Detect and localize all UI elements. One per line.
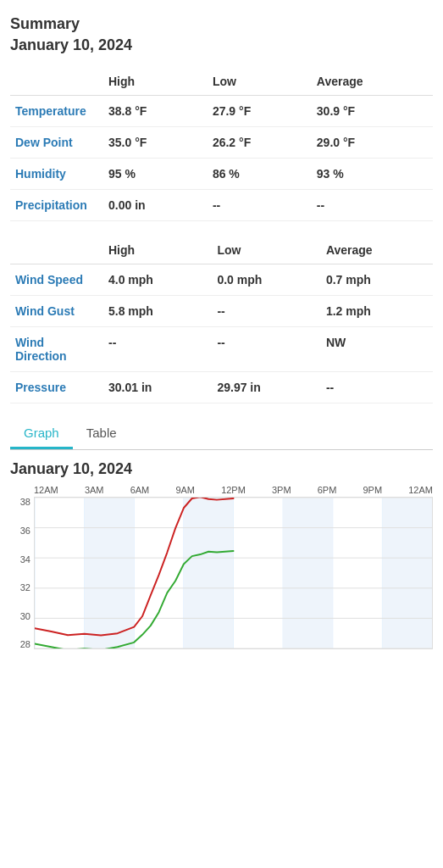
col-high-2: High bbox=[103, 236, 212, 264]
weather-table-2: High Low Average Wind Speed 4.0 mph 0.0 … bbox=[10, 236, 433, 403]
summary-title: Summary January 10, 2024 bbox=[10, 14, 433, 56]
title-line1: Summary bbox=[10, 15, 80, 32]
row-high: 4.0 mph bbox=[103, 264, 212, 296]
x-label: 6PM bbox=[318, 485, 337, 495]
x-label: 12AM bbox=[408, 485, 433, 495]
row-avg: NW bbox=[321, 327, 433, 372]
row-avg: 93 % bbox=[312, 159, 433, 190]
row-label: Temperature bbox=[10, 96, 103, 127]
y-label: 30 bbox=[10, 611, 30, 621]
y-label: 38 bbox=[10, 497, 30, 507]
row-avg: -- bbox=[321, 372, 433, 403]
row-high: -- bbox=[103, 327, 212, 372]
x-label: 9AM bbox=[175, 485, 195, 495]
col-label-1 bbox=[10, 68, 103, 96]
row-low: 86 % bbox=[208, 159, 312, 190]
chart-wrapper: 383634323028 bbox=[10, 497, 433, 649]
table-row: Wind Speed 4.0 mph 0.0 mph 0.7 mph bbox=[10, 264, 433, 296]
row-label: Precipitation bbox=[10, 190, 103, 221]
row-low: 27.9 °F bbox=[208, 96, 312, 127]
row-label: Pressure bbox=[10, 372, 103, 403]
weather-table-1: High Low Average Temperature 38.8 °F 27.… bbox=[10, 68, 433, 221]
table-row: Dew Point 35.0 °F 26.2 °F 29.0 °F bbox=[10, 127, 433, 159]
chart-svg-container bbox=[34, 497, 433, 649]
svg-rect-9 bbox=[85, 498, 135, 648]
row-label: Humidity bbox=[10, 159, 103, 190]
y-label: 34 bbox=[10, 554, 30, 565]
col-high-1: High bbox=[103, 68, 208, 96]
title-line2: January 10, 2024 bbox=[10, 36, 132, 53]
y-label: 36 bbox=[10, 526, 30, 536]
x-label: 9PM bbox=[363, 485, 383, 495]
x-label: 3AM bbox=[85, 485, 104, 495]
row-low: -- bbox=[212, 327, 320, 372]
table-row: Temperature 38.8 °F 27.9 °F 30.9 °F bbox=[10, 96, 433, 127]
row-avg: 1.2 mph bbox=[321, 296, 433, 327]
svg-rect-12 bbox=[382, 498, 432, 648]
row-avg: 29.0 °F bbox=[312, 127, 433, 159]
x-label: 12AM bbox=[34, 485, 58, 495]
table-row: Wind Gust 5.8 mph -- 1.2 mph bbox=[10, 296, 433, 327]
y-label: 28 bbox=[10, 639, 30, 649]
x-label: 12PM bbox=[221, 485, 246, 495]
x-label: 6AM bbox=[130, 485, 150, 495]
row-avg: 0.7 mph bbox=[321, 264, 433, 296]
row-low: -- bbox=[208, 190, 312, 221]
row-label: Wind Direction bbox=[10, 327, 103, 372]
y-label: 32 bbox=[10, 582, 30, 593]
tab-table[interactable]: Table bbox=[73, 419, 130, 449]
svg-rect-10 bbox=[184, 498, 234, 648]
row-label: Wind Speed bbox=[10, 264, 103, 296]
chart-section: January 10, 2024 12AM3AM6AM9AM12PM3PM6PM… bbox=[10, 460, 433, 649]
page-container: Summary January 10, 2024 High Low Averag… bbox=[0, 0, 443, 663]
row-avg: 30.9 °F bbox=[312, 96, 433, 127]
row-high: 95 % bbox=[103, 159, 208, 190]
chart-title: January 10, 2024 bbox=[10, 460, 433, 478]
table-row: Wind Direction -- -- NW bbox=[10, 327, 433, 372]
tabs-container: Graph Table bbox=[10, 419, 433, 450]
x-label: 3PM bbox=[272, 485, 291, 495]
col-avg-1: Average bbox=[312, 68, 433, 96]
row-label: Dew Point bbox=[10, 127, 103, 159]
col-low-1: Low bbox=[208, 68, 312, 96]
row-label: Wind Gust bbox=[10, 296, 103, 327]
row-low: 26.2 °F bbox=[208, 127, 312, 159]
svg-rect-11 bbox=[283, 498, 333, 648]
row-avg: -- bbox=[312, 190, 433, 221]
row-high: 38.8 °F bbox=[103, 96, 208, 127]
row-high: 35.0 °F bbox=[103, 127, 208, 159]
table-row: Precipitation 0.00 in -- -- bbox=[10, 190, 433, 221]
table-row: Pressure 30.01 in 29.97 in -- bbox=[10, 372, 433, 403]
chart-x-labels: 12AM3AM6AM9AM12PM3PM6PM9PM12AM bbox=[10, 485, 433, 495]
row-high: 5.8 mph bbox=[103, 296, 212, 327]
tab-graph[interactable]: Graph bbox=[10, 419, 73, 449]
chart-y-labels: 383634323028 bbox=[10, 497, 34, 649]
row-high: 30.01 in bbox=[103, 372, 212, 403]
row-low: -- bbox=[212, 296, 320, 327]
row-high: 0.00 in bbox=[103, 190, 208, 221]
table-row: Humidity 95 % 86 % 93 % bbox=[10, 159, 433, 190]
col-avg-2: Average bbox=[321, 236, 433, 264]
col-low-2: Low bbox=[212, 236, 320, 264]
row-low: 0.0 mph bbox=[212, 264, 320, 296]
row-low: 29.97 in bbox=[212, 372, 320, 403]
col-label-2 bbox=[10, 236, 103, 264]
